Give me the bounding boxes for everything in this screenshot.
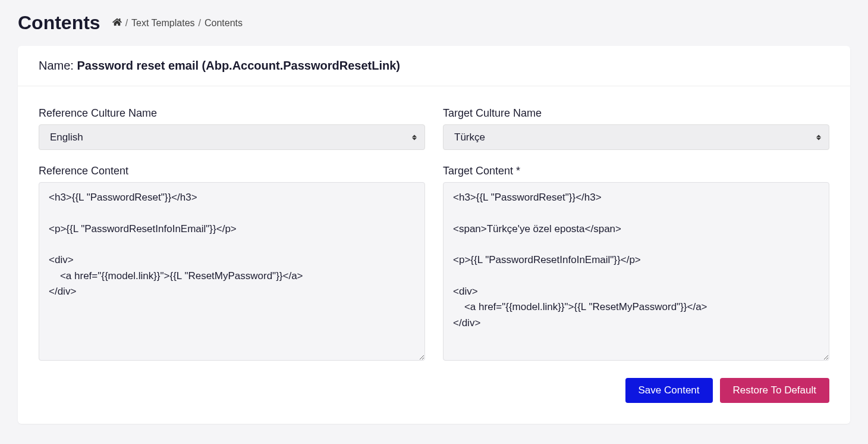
reference-content-textarea[interactable] bbox=[39, 182, 425, 361]
breadcrumb-separator: / bbox=[199, 18, 201, 29]
restore-default-button[interactable]: Restore To Default bbox=[720, 378, 829, 403]
reference-culture-select-wrapper: English bbox=[39, 124, 425, 150]
content-row: Reference Content Target Content * bbox=[39, 165, 829, 363]
name-value: Password reset email (Abp.Account.Passwo… bbox=[77, 59, 400, 72]
button-row: Save Content Restore To Default bbox=[39, 378, 829, 403]
target-culture-select[interactable]: Türkçe bbox=[443, 124, 829, 150]
reference-content-col: Reference Content bbox=[39, 165, 425, 363]
reference-culture-col: Reference Culture Name English bbox=[39, 107, 425, 150]
home-icon[interactable] bbox=[112, 18, 122, 29]
template-name-row: Name: Password reset email (Abp.Account.… bbox=[39, 59, 829, 73]
reference-culture-select[interactable]: English bbox=[39, 124, 425, 150]
target-culture-col: Target Culture Name Türkçe bbox=[443, 107, 829, 150]
save-content-button[interactable]: Save Content bbox=[625, 378, 713, 403]
card-body: Reference Culture Name English Target Cu… bbox=[18, 86, 850, 424]
page-title: Contents bbox=[18, 12, 100, 34]
reference-content-label: Reference Content bbox=[39, 165, 425, 177]
name-label: Name: bbox=[39, 59, 74, 72]
page-header: Contents / Text Templates / Contents bbox=[18, 12, 850, 34]
reference-culture-label: Reference Culture Name bbox=[39, 107, 425, 120]
culture-row: Reference Culture Name English Target Cu… bbox=[39, 107, 829, 150]
target-content-col: Target Content * bbox=[443, 165, 829, 363]
breadcrumb: / Text Templates / Contents bbox=[112, 18, 243, 29]
card-header: Name: Password reset email (Abp.Account.… bbox=[18, 46, 850, 86]
target-content-label: Target Content * bbox=[443, 165, 829, 177]
content-card: Name: Password reset email (Abp.Account.… bbox=[18, 46, 850, 424]
target-culture-label: Target Culture Name bbox=[443, 107, 829, 120]
breadcrumb-item-text-templates[interactable]: Text Templates bbox=[131, 18, 194, 29]
breadcrumb-separator: / bbox=[125, 18, 128, 29]
target-content-textarea[interactable] bbox=[443, 182, 829, 361]
target-culture-select-wrapper: Türkçe bbox=[443, 124, 829, 150]
breadcrumb-item-contents: Contents bbox=[205, 18, 243, 29]
